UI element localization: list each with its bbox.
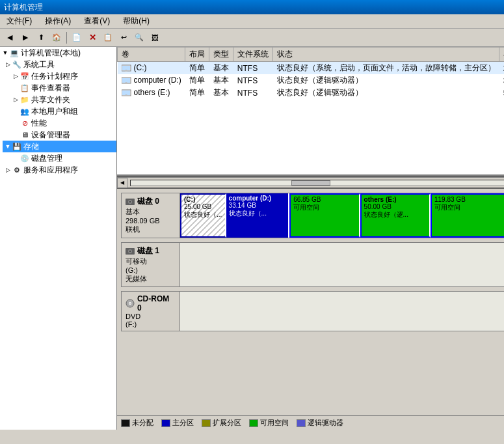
part-free1-status: 可用空间 [293,203,356,212]
disk0-size: 298.09 GB [126,217,176,225]
legend-box-primary [161,419,170,427]
legend-free: 可用空间 [249,418,289,428]
menu-view[interactable]: 查看(V) [80,14,114,28]
disk1-type: 可移动 [126,257,176,266]
hscroll-thumb[interactable] [291,180,330,186]
event-viewer-icon: 📋 [20,83,30,93]
cell-fs-2: NTFS [233,87,273,99]
cdrom-icon [126,299,135,308]
disk-map-panel: 磁盘 0 基本 298.09 GB 联机 (C:) 25.00 GB 状态良好（… [117,187,504,415]
sidebar-label-shared-folders: 共享文件夹 [31,94,70,105]
sidebar-item-disk-mgmt[interactable]: 💿 磁盘管理 [10,152,116,164]
sidebar-item-services[interactable]: ▷ ⚙ 服务和应用程序 [3,164,116,176]
tree-toggle-storage[interactable]: ▼ [4,143,12,150]
sidebar-item-local-users[interactable]: 👥 本地用户和组 [10,105,116,117]
cell-vol-2: others (E:) [118,87,185,99]
table-row[interactable]: (C:) 简单 基本 NTFS 状态良好（系统，启动，页面文件，活动，故障转储，… [118,62,505,75]
partition-e[interactable]: others (E:) 50.00 GB 状态良好（逻... [360,193,431,238]
computer-icon: 💻 [9,48,20,58]
cell-layout-1: 简单 [185,74,209,87]
sidebar-item-storage[interactable]: ▼ 💾 存储 [3,141,116,152]
tb-up[interactable]: ⬆ [34,31,48,45]
tree-toggle-event [12,84,20,92]
legend-label-unalloc: 未分配 [132,418,153,428]
partition-free2[interactable]: 119.83 GB 可用空间 [431,193,504,238]
legend-box-free [249,419,258,427]
menu-help[interactable]: 帮助(H) [119,14,153,28]
sidebar-item-device-manager[interactable]: 🖥 设备管理器 [10,129,116,141]
table-row[interactable]: computer (D:) 简单 基本 NTFS 状态良好（逻辑驱动器） 33.… [118,74,505,87]
task-scheduler-icon: 📅 [20,71,30,81]
sidebar-item-task-scheduler[interactable]: ▷ 📅 任务计划程序 [10,70,116,82]
part-d-name: computer (D:) [229,195,286,202]
legend-unalloc: 未分配 [121,418,153,428]
cell-fs-0: NTFS [233,62,273,75]
sidebar-item-event-viewer[interactable]: 📋 事件查看器 [10,82,116,94]
menu-file[interactable]: 文件(F) [3,14,36,28]
vol-icon-c [122,64,132,72]
tb-sep1 [66,32,67,44]
cell-fs-1: NTFS [233,74,273,87]
tb-view[interactable]: 🖼 [148,31,162,45]
sidebar-label-task-scheduler: 任务计划程序 [31,71,78,82]
services-icon: ⚙ [12,165,22,175]
disk-table[interactable]: 卷 布局 类型 文件系统 状态 容量 [117,47,504,176]
disk0-name: 磁盘 0 [137,196,159,207]
partition-c[interactable]: (C:) 25.00 GB 状态良好（... [180,193,226,238]
cdrom0-partitions [180,292,504,331]
sidebar-item-performance[interactable]: ⊘ 性能 [10,117,116,129]
disk1-icon [126,247,135,256]
cell-type-1: 基本 [209,74,233,87]
disk-mgmt-icon: 💿 [20,153,30,163]
tb-paste[interactable]: ↩ [116,31,131,45]
menu-bar: 文件(F) 操作(A) 查看(V) 帮助(H) [0,14,504,29]
tree-toggle-task[interactable]: ▷ [12,72,20,80]
hscroll-left[interactable]: ◀ [117,178,127,188]
partition-d[interactable]: computer (D:) 33.14 GB 状态良好（... [226,193,290,238]
svg-rect-4 [122,78,130,83]
part-c-name: (C:) [184,196,222,203]
sidebar-item-shared-folders[interactable]: ▷ 📁 共享文件夹 [10,94,116,105]
menu-action[interactable]: 操作(A) [41,14,75,28]
legend-box-logical [297,419,306,427]
hscroll-track[interactable] [130,180,504,186]
part-c-size: 25.00 GB [184,203,222,210]
tb-home[interactable]: 🏠 [49,31,64,45]
sidebar: ▼ 💻 计算机管理(本地) ▷ 🔧 系统工具 ▷ 📅 任务计划程序 📋 事件查看… [0,47,117,430]
legend-label-primary: 主分区 [172,418,194,428]
disk1-extra: 无媒体 [126,274,176,284]
tb-delete[interactable]: ✕ [85,31,99,45]
hscroll-bar[interactable]: ◀ ▶ [117,177,504,187]
cell-cap-2: 50.00 G [499,87,504,99]
tb-back[interactable]: ◀ [3,31,17,45]
svg-point-11 [129,201,131,202]
cell-status-0: 状态良好（系统，启动，页面文件，活动，故障转储，主分区） [273,62,499,75]
tree-toggle-system[interactable]: ▷ [4,61,12,68]
tree-toggle-users [12,107,20,115]
legend-primary: 主分区 [161,418,194,428]
tree-toggle-services[interactable]: ▷ [4,166,12,174]
toolbar: ◀ ▶ ⬆ 🏠 📄 ✕ 📋 ↩ 🔍 🖼 [0,29,504,47]
partition-free1[interactable]: 66.85 GB 可用空间 [289,193,360,238]
tree-toggle-shared[interactable]: ▷ [12,96,20,104]
sidebar-label-root: 计算机管理(本地) [21,48,81,59]
table-row[interactable]: others (E:) 简单 基本 NTFS 状态良好（逻辑驱动器） 50.00… [118,87,505,99]
cell-status-2: 状态良好（逻辑驱动器） [273,87,499,99]
title-bar-text: 计算机管理 [4,2,43,13]
vol-icon-d [122,76,132,84]
part-c-status: 状态良好（... [184,210,222,219]
disk1-no-media [180,243,504,286]
sidebar-item-root[interactable]: ▼ 💻 计算机管理(本地) [0,47,116,59]
tree-toggle-root[interactable]: ▼ [1,49,9,57]
tb-newwin[interactable]: 📄 [70,31,84,45]
sidebar-item-system-tools[interactable]: ▷ 🔧 系统工具 [3,59,116,70]
tb-search[interactable]: 🔍 [132,31,146,45]
tree-toggle-disk [12,154,20,162]
part-e-status: 状态良好（逻... [364,210,427,219]
legend-bar: 未分配 主分区 扩展分区 可用空间 逻辑驱动器 [117,415,504,430]
tree-toggle-perf [12,119,20,127]
content-right: 卷 布局 类型 文件系统 状态 容量 [117,47,504,430]
tb-forward[interactable]: ▶ [18,31,33,45]
tb-copy[interactable]: 📋 [101,31,115,45]
col-vol: 卷 [118,48,185,62]
